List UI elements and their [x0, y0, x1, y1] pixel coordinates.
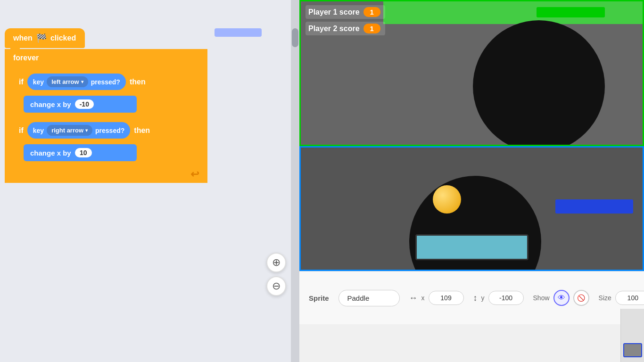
forever-top: forever [5, 49, 207, 67]
show-group: Show 👁 🚫 [533, 290, 589, 306]
key-pressed-block-1[interactable]: key left arrow ▾ pressed? [27, 74, 126, 90]
stage-thumbnail[interactable] [623, 343, 642, 357]
show-hidden-button[interactable]: 🚫 [573, 290, 589, 306]
change-x-value-2[interactable]: 10 [75, 148, 92, 157]
change-x-label-2: change x by [30, 149, 71, 157]
then-label-2: then [134, 126, 150, 135]
y-input[interactable] [488, 291, 524, 305]
key-value-1: left arrow [51, 78, 79, 85]
black-circle-top [473, 20, 605, 146]
x-axis-icon: ↔ [409, 293, 418, 303]
sprite-name-input[interactable] [339, 290, 400, 306]
drag-handle[interactable] [215, 28, 262, 37]
scroll-bar[interactable] [291, 0, 299, 362]
key-value-2: right arrow [51, 127, 83, 134]
paddle-cyan [415, 234, 528, 260]
if-label-2: if [19, 126, 24, 135]
sprite-label: Sprite [309, 294, 329, 302]
player1-score-value: 1 [363, 7, 380, 17]
recurse-arrow-icon: ↩ [190, 168, 199, 181]
x-coord-group: ↔ x [409, 291, 464, 305]
zoom-controls: ⊕ ⊖ [266, 253, 286, 296]
key-label-1: key [33, 78, 44, 86]
then-label-1: then [130, 78, 146, 86]
info-bar: Sprite ↔ x ↕ y Show 👁 🚫 Size Directi [299, 271, 644, 324]
dropdown-arrow-2: ▾ [85, 128, 88, 133]
if-body-1: change x by -10 [14, 94, 205, 115]
forever-bottom: ↩ [5, 166, 207, 183]
size-label: Size [599, 294, 611, 302]
ball [433, 185, 461, 214]
forever-body: if key left arrow ▾ pressed? then [5, 67, 207, 166]
clicked-label: clicked [50, 34, 76, 42]
flag-icon: 🏁 [36, 33, 47, 43]
size-group: Size [599, 291, 644, 305]
if-label-1: if [19, 78, 24, 86]
stage-panel: Player 1 score 1 Player 2 score 1 Sprite… [299, 0, 644, 362]
zoom-in-button[interactable]: ⊕ [266, 253, 286, 272]
if-block-2: if key right arrow ▾ pressed? then [14, 118, 205, 163]
y-coord-group: ↕ y [473, 291, 524, 305]
if-block-1: if key left arrow ▾ pressed? then [14, 70, 205, 115]
change-x-block-2[interactable]: change x by 10 [24, 144, 137, 161]
zoom-out-icon: ⊖ [272, 280, 281, 292]
score-row-1: Player 1 score 1 [305, 5, 385, 19]
stage-selector [620, 309, 644, 362]
player2-score-label: Player 2 score [308, 25, 360, 33]
if-top-2: if key right arrow ▾ pressed? then [14, 118, 205, 142]
x-input[interactable] [429, 291, 464, 305]
paddle-blue [555, 199, 633, 214]
forever-label: forever [13, 54, 39, 62]
zoom-in-icon: ⊕ [272, 256, 281, 269]
scroll-thumb[interactable] [292, 28, 298, 47]
game-area-bottom[interactable] [299, 146, 644, 271]
score-display: Player 1 score 1 Player 2 score 1 [305, 5, 385, 35]
change-x-label-1: change x by [30, 100, 71, 108]
y-label: y [481, 294, 485, 302]
paddle-green-top [537, 7, 605, 17]
eye-open-icon: 👁 [558, 294, 565, 302]
zoom-out-button[interactable]: ⊖ [266, 276, 286, 296]
game-area-top[interactable]: Player 1 score 1 Player 2 score 1 [299, 0, 644, 146]
when-clicked-block[interactable]: when 🏁 clicked [5, 28, 85, 48]
key-pressed-block-2[interactable]: key right arrow ▾ pressed? [27, 122, 131, 139]
code-panel: when 🏁 clicked forever if key left arrow [0, 0, 299, 362]
key-label-2: key [33, 127, 44, 134]
score-row-2: Player 2 score 1 [305, 22, 385, 35]
y-axis-icon: ↕ [473, 293, 478, 303]
blocks-area: when 🏁 clicked forever if key left arrow [5, 28, 207, 183]
key-dropdown-1[interactable]: left arrow ▾ [47, 76, 88, 87]
key-dropdown-2[interactable]: right arrow ▾ [47, 125, 92, 136]
when-label: when [13, 34, 33, 42]
pressed-label-1: pressed? [91, 78, 120, 86]
change-x-block-1[interactable]: change x by -10 [24, 96, 137, 113]
player2-score-value: 1 [363, 24, 380, 33]
player1-score-label: Player 1 score [308, 8, 360, 16]
eye-closed-icon: 🚫 [577, 294, 585, 302]
forever-block: forever if key left arrow ▾ pressed? [5, 49, 207, 183]
size-input[interactable] [615, 291, 644, 305]
x-label: x [421, 294, 425, 302]
show-label: Show [533, 294, 550, 302]
pressed-label-2: pressed? [95, 127, 124, 134]
dropdown-arrow-1: ▾ [81, 79, 83, 84]
if-top-1: if key left arrow ▾ pressed? then [14, 70, 205, 94]
if-body-2: change x by 10 [14, 142, 205, 163]
show-visible-button[interactable]: 👁 [553, 290, 570, 306]
change-x-value-1[interactable]: -10 [75, 99, 94, 109]
